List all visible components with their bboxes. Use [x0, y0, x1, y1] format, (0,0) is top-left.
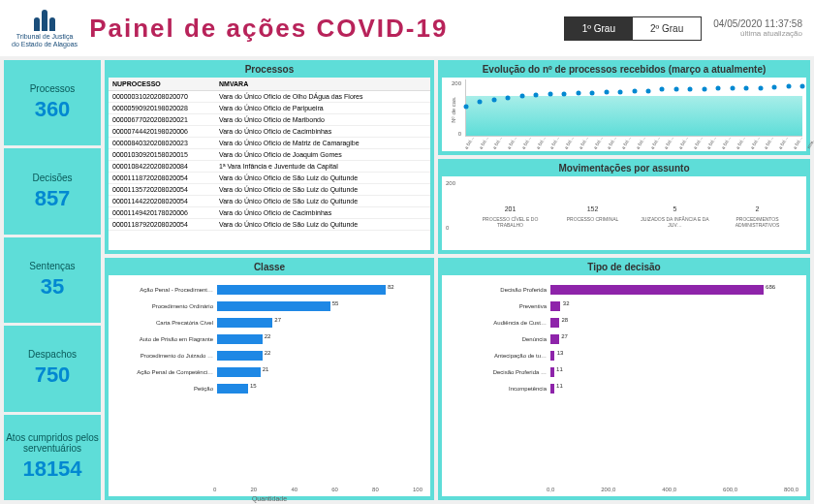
kpi-card: Atos cumpridos pelos serventuários18154	[4, 415, 101, 500]
page-title: Painel de ações COVID-19	[89, 14, 552, 44]
timestamp: 04/05/2020 11:37:58 última atualização	[713, 18, 802, 38]
table-row[interactable]: 00001118720208020054Vara do Único Ofício…	[109, 173, 430, 184]
processos-table[interactable]: NUPROCESSO NMVARA 00000031020208020070Va…	[109, 78, 430, 250]
table-row[interactable]: 000010842202080200841ª Vara Infância e J…	[109, 161, 430, 173]
bar[interactable]: 5JUIZADOS DA INFÂNCIA E DA JUV…	[638, 205, 712, 229]
hbar[interactable]: Procedimento do Juizado …22	[116, 349, 423, 362]
bar[interactable]: 152PROCESSO CRIMINAL	[555, 205, 630, 229]
kpi-card: Sentenças35	[4, 237, 101, 323]
hbar[interactable]: Preventiva32	[450, 299, 798, 313]
table-row[interactable]: 00001144220208020054Vara do Único Ofício…	[109, 196, 430, 207]
kpi-column: Processos360Decisões857Sentenças35Despac…	[4, 60, 101, 500]
hbar[interactable]: Antecipação de tu…13	[450, 349, 798, 362]
tab-2grau[interactable]: 2º Grau	[633, 17, 701, 40]
kpi-card: Processos360	[4, 60, 101, 145]
tipo-decisao-hbar-chart[interactable]: Decisão Proferida686Preventiva32Audiênci…	[442, 275, 806, 496]
classe-chart-panel: Classe Ação Penal - Procediment…82Proced…	[105, 258, 434, 500]
tipo-decisao-chart-panel: Tipo de decisão Decisão Proferida686Prev…	[438, 258, 810, 500]
table-row[interactable]: 00001030920158020015Vara do Único Ofício…	[109, 149, 430, 161]
table-row[interactable]: 00000840320208020023Vara do Único Ofício…	[109, 138, 430, 149]
hbar[interactable]: Denúncia27	[450, 332, 798, 346]
kpi-card: Decisões857	[4, 148, 101, 234]
col-nuprocesso: NUPROCESSO	[109, 78, 215, 90]
table-row[interactable]: 00000744420198020006Vara do Único Ofício…	[109, 126, 430, 138]
movimentacoes-bar-chart[interactable]: 2000 201PROCESSO CÍVEL E DO TRABALHO152P…	[442, 176, 806, 250]
hbar[interactable]: Petição15	[116, 382, 423, 395]
hbar[interactable]: Incompetência11	[450, 382, 798, 395]
table-row[interactable]: 00001135720208020054Vara do Único Ofício…	[109, 184, 430, 196]
org-logo: Tribunal de Justiça do Estado de Alagoas	[12, 8, 78, 47]
evolucao-chart-panel: Evolução do nº de processos recebidos (m…	[438, 60, 810, 155]
table-row[interactable]: 00000677020208020021Vara do Único Ofício…	[109, 114, 430, 126]
hbar[interactable]: Ação Penal - Procediment…82	[116, 283, 423, 297]
table-row[interactable]: 00001187920208020054Vara do Único Ofício…	[109, 219, 430, 231]
table-row[interactable]: 00000590920198020028Vara do Único Ofício…	[109, 103, 430, 114]
scales-icon	[30, 8, 59, 31]
grau-tabs: 1º Grau 2º Grau	[564, 16, 702, 41]
evolucao-line-chart[interactable]: Nº de cas. 2000 a bri…a bri…a bri…a bri……	[442, 78, 806, 151]
hbar[interactable]: Decisão Proferida …11	[450, 365, 798, 379]
hbar[interactable]: Procedimento Ordinário55	[116, 299, 423, 313]
classe-hbar-chart[interactable]: Ação Penal - Procediment…82Procedimento …	[109, 275, 430, 496]
hbar[interactable]: Carta Precatória Cível27	[116, 316, 423, 330]
movimentacoes-chart-panel: Movimentações por assunto 2000 201PROCES…	[438, 159, 810, 254]
table-row[interactable]: 00000031020208020070Vara do Único Ofício…	[109, 91, 430, 103]
kpi-card: Despachos750	[4, 326, 101, 411]
hbar[interactable]: Decisão Proferida686	[450, 283, 798, 297]
hbar[interactable]: Auto de Prisão em Flagrante22	[116, 332, 423, 346]
bar[interactable]: 2PROCEDIMENTOS ADMINISTRATIVOS	[720, 205, 795, 229]
bar[interactable]: 201PROCESSO CÍVEL E DO TRABALHO	[473, 205, 548, 229]
hbar[interactable]: Ação Penal de Competênci…21	[116, 365, 423, 379]
processos-table-panel: Processos NUPROCESSO NMVARA 000000310202…	[105, 60, 434, 254]
hbar[interactable]: Audiência de Cust…28	[450, 316, 798, 330]
col-nmvara: NMVARA	[215, 78, 252, 90]
table-row[interactable]: 00001149420178020006Vara do Único Ofício…	[109, 207, 430, 219]
tab-1grau[interactable]: 1º Grau	[565, 17, 633, 40]
